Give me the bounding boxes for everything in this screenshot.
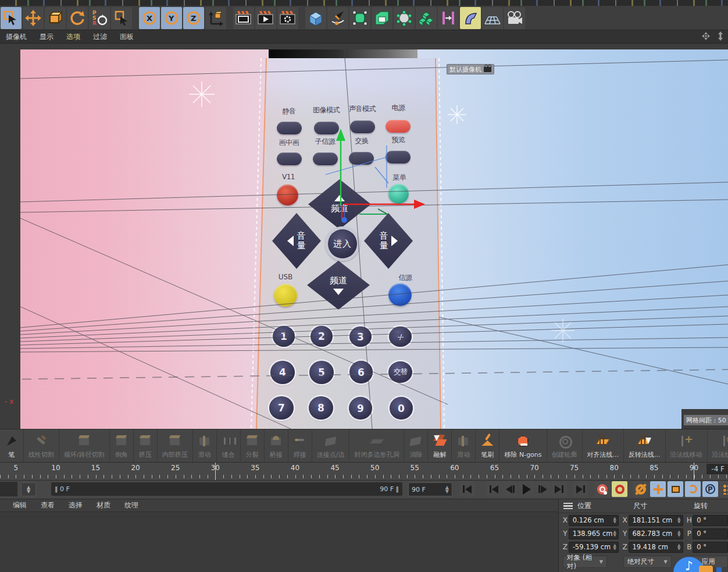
modeling-tool-button[interactable]: 缝合: [217, 429, 241, 462]
remote-button-menu[interactable]: [388, 184, 409, 204]
current-frame-field[interactable]: 90 F▲▼: [408, 482, 452, 496]
modeling-tool-button[interactable]: 滑动: [452, 429, 476, 462]
preview-range-scrubber[interactable]: ‖ 0 F 90 F ‖: [51, 482, 402, 496]
modeling-tool-button[interactable]: 倒角: [110, 429, 134, 462]
record-key-button[interactable]: [594, 481, 610, 497]
rotation-field[interactable]: 0 °: [693, 542, 728, 553]
timeline-spinner[interactable]: ▲▼: [21, 482, 36, 496]
material-menu-item[interactable]: 查看: [41, 500, 55, 510]
modeling-tool-button[interactable]: 沿法线移动: [666, 429, 708, 462]
floor-icon[interactable]: [482, 7, 503, 29]
remote-key-2[interactable]: 2: [311, 326, 333, 347]
prev-frame-button[interactable]: [502, 481, 518, 497]
remote-key-6[interactable]: 6: [349, 361, 373, 383]
size-field[interactable]: 682.783 cm▲▼: [629, 528, 683, 539]
viewport-menu-item[interactable]: 显示: [40, 32, 53, 42]
size-field[interactable]: 181.151 cm▲▼: [629, 515, 683, 526]
move-icon[interactable]: [23, 7, 44, 29]
remote-key-1[interactable]: 1: [273, 326, 295, 347]
remote-button-source[interactable]: [388, 283, 412, 306]
prev-key-button[interactable]: [486, 481, 502, 497]
bend-deformer-icon[interactable]: [460, 7, 481, 29]
keyframe-selection-button[interactable]: [720, 481, 728, 497]
symmetry-icon[interactable]: [438, 7, 459, 29]
array-icon[interactable]: [416, 7, 437, 29]
remote-button-sound-mode[interactable]: [350, 120, 375, 133]
remote-button-swap[interactable]: [349, 152, 374, 165]
rectangle-selection-icon[interactable]: [111, 7, 132, 29]
rotation-field[interactable]: 0 °: [693, 528, 728, 539]
modeling-tool-button[interactable]: 桥接: [265, 429, 288, 462]
goto-end-button[interactable]: [573, 481, 588, 497]
render-settings-icon[interactable]: [277, 7, 298, 29]
material-menu-item[interactable]: 材质: [97, 500, 110, 510]
modeling-tool-button[interactable]: 对齐法线...: [583, 429, 624, 462]
remote-key-dash[interactable]: -/-: [389, 326, 412, 347]
modeling-tool-button[interactable]: 笔: [0, 429, 24, 462]
modeling-tool-button[interactable]: 连接点/边: [312, 429, 350, 462]
viewport-menu-item[interactable]: 过滤: [93, 32, 107, 42]
modeling-tool-button[interactable]: 焊接: [288, 429, 312, 462]
position-mode-dropdown[interactable]: 对象 (相对)▼: [563, 556, 607, 568]
modeling-tool-button[interactable]: 滑动: [193, 429, 217, 462]
autokey-button[interactable]: [612, 481, 627, 497]
remote-button-usb[interactable]: [274, 284, 297, 307]
material-menu-item[interactable]: 选择: [69, 500, 83, 510]
camera-icon[interactable]: [504, 7, 525, 29]
particle-icon[interactable]: [394, 7, 415, 29]
modeling-tool-button[interactable]: 循环/路径切割: [59, 429, 110, 462]
remote-button-v11[interactable]: [277, 184, 298, 205]
viewport-3d[interactable]: 静音 图像模式 声音模式 电源 画中画 子信源 交换 预览 V11 菜单 频道: [0, 44, 728, 429]
render-animation-icon[interactable]: [255, 7, 276, 29]
psr-icon[interactable]: PSR: [89, 7, 110, 29]
remote-button-sub-source[interactable]: [313, 152, 338, 165]
pan-view-icon[interactable]: [701, 31, 711, 41]
remote-key-3[interactable]: 3: [349, 326, 372, 347]
remote-button-enter[interactable]: 进入: [328, 229, 357, 258]
remote-key-4[interactable]: 4: [270, 361, 295, 384]
timeline-ruler[interactable]: 5 10 15 20 25 30 35 40 45 50 55 60 65 70…: [0, 463, 728, 481]
lock-x-icon[interactable]: X: [139, 7, 160, 29]
remote-button-pip[interactable]: [277, 152, 302, 165]
play-button[interactable]: [519, 481, 534, 497]
modeling-tool-button[interactable]: 融解: [428, 429, 452, 462]
rotate-icon[interactable]: [67, 7, 88, 29]
remote-button-mute[interactable]: [277, 122, 302, 134]
live-selection-icon[interactable]: [1, 7, 22, 29]
material-menu-item[interactable]: 纹理: [124, 500, 138, 510]
keying-settings-button[interactable]: [633, 481, 648, 497]
next-frame-button[interactable]: [535, 481, 551, 497]
remote-button-preview[interactable]: [386, 151, 411, 164]
rotation-field[interactable]: 0 °: [693, 515, 728, 526]
remote-button-power[interactable]: [386, 120, 411, 133]
render-view-icon[interactable]: [233, 7, 254, 29]
remote-key-8[interactable]: 8: [309, 396, 333, 420]
modeling-tool-button[interactable]: 移除 N-gons: [499, 429, 547, 462]
modeling-tool-button[interactable]: 笔刷: [476, 429, 499, 462]
size-mode-dropdown[interactable]: 绝对尺寸▼: [623, 556, 672, 568]
next-key-button[interactable]: [551, 481, 567, 497]
generator-icon[interactable]: [372, 7, 392, 29]
goto-start-button[interactable]: [459, 481, 475, 497]
playhead-frame-90[interactable]: [694, 463, 694, 481]
lock-y-icon[interactable]: Y: [161, 7, 182, 29]
spline-pen-icon[interactable]: [327, 7, 348, 29]
position-field[interactable]: -59.139 cm▲▼: [569, 542, 619, 553]
modeling-tool-button[interactable]: 内部挤压: [158, 429, 193, 462]
modeling-tool-button[interactable]: 创建轮廓: [547, 429, 583, 462]
position-field[interactable]: 138.965 cm▲▼: [569, 528, 619, 539]
remote-key-alt[interactable]: 交替: [388, 361, 412, 383]
size-field[interactable]: 19.418 cm▲▼: [629, 542, 683, 553]
remote-key-0[interactable]: 0: [390, 397, 413, 420]
primitive-cube-icon[interactable]: [305, 7, 326, 29]
key-parameter-button[interactable]: P: [702, 481, 718, 497]
remote-button-picture-mode[interactable]: [314, 122, 339, 134]
scale-icon[interactable]: [45, 7, 66, 29]
lock-z-icon[interactable]: Z: [183, 7, 204, 29]
remote-key-5[interactable]: 5: [309, 361, 334, 384]
remote-key-9[interactable]: 9: [349, 397, 372, 420]
camera-badge[interactable]: 默认摄像机: [447, 64, 494, 74]
modeling-tool-button[interactable]: 分裂: [241, 429, 265, 462]
coordinate-system-icon[interactable]: [205, 7, 226, 29]
maximize-view-icon[interactable]: [716, 31, 725, 41]
